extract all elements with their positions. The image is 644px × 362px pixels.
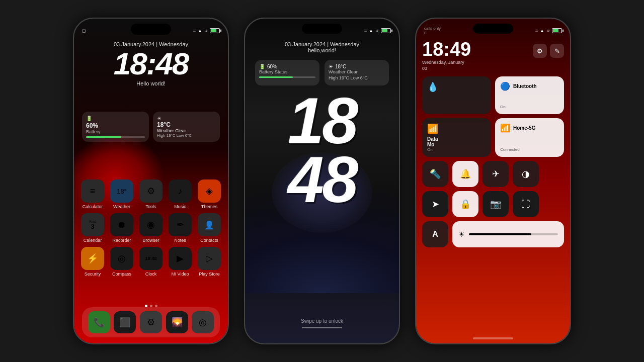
water-tile[interactable]: 💧 bbox=[422, 76, 491, 114]
battery-fill bbox=[553, 29, 558, 32]
calculator-label: Calculator bbox=[83, 204, 103, 209]
font-icon: A bbox=[432, 230, 438, 239]
mobile-data-label2: Mo bbox=[427, 142, 486, 147]
phone-1-app-grid: ≡ Calculator 18° Weather ⚙ Tools ♪ Music… bbox=[78, 179, 224, 281]
phone-2-battery-bar bbox=[259, 76, 315, 78]
location-tile[interactable]: ➤ bbox=[422, 191, 448, 217]
wifi-tile[interactable]: 📶 Home-5G Connected bbox=[495, 118, 564, 157]
weather-widget-icon: ☀ bbox=[157, 116, 216, 121]
settings-gear-icon[interactable]: ⚙ bbox=[533, 44, 547, 58]
battery-widget-label: Battery bbox=[86, 129, 145, 134]
phone-1-dock: 📞 ⬛ ⚙ 🌄 ◎ bbox=[82, 307, 220, 337]
fullscreen-tile[interactable]: ⛶ bbox=[513, 191, 539, 217]
signal-icon: ▲ bbox=[540, 28, 544, 33]
phone-3-date2: 03 bbox=[422, 66, 471, 71]
weather-temp: 18°C bbox=[335, 64, 346, 69]
signal-icon: ▲ bbox=[198, 28, 202, 33]
font-tile[interactable]: A bbox=[422, 221, 448, 247]
tools-label: Tools bbox=[145, 204, 156, 209]
weather-widget: ☀ 18°C Weather Clear High 19°C Low 6°C bbox=[153, 112, 220, 142]
status-bar-calls-only: calls only E bbox=[424, 26, 441, 35]
wifi-icon: ⊍ bbox=[375, 28, 379, 33]
recorder-icon: ⏺ bbox=[110, 213, 133, 236]
home-indicator bbox=[473, 337, 513, 339]
phone-2-widgets: 🔋 60% Battery Status ☀ 18°C Weather Clea… bbox=[255, 60, 389, 85]
app-row-2: Wed 3 Calendar ⏺ Recorder ◉ Browser ✒ No… bbox=[78, 213, 224, 243]
airplane-tile[interactable]: ✈ bbox=[482, 161, 509, 187]
phone-2-weather-widget: ☀ 18°C Weather Clear High 19°C Low 6°C bbox=[325, 60, 389, 85]
battery-percent: 60% bbox=[267, 64, 277, 69]
battery-status-label: Battery Status bbox=[259, 69, 315, 74]
phone-2-screen: ⌗ ▲ ⊍ 03.January.2024 | Wednesday hello,… bbox=[245, 19, 399, 343]
battery-icon bbox=[552, 28, 562, 33]
app-compass[interactable]: ◎ Compass bbox=[108, 247, 135, 277]
dock-gallery[interactable]: ⬛ bbox=[114, 311, 136, 333]
weather-label: Weather bbox=[113, 204, 130, 209]
mobile-data-sub: On bbox=[427, 147, 486, 152]
app-browser[interactable]: ◉ Browser bbox=[137, 213, 165, 243]
dock-settings[interactable]: ⚙ bbox=[140, 311, 162, 333]
contacts-label: Contacts bbox=[200, 238, 218, 243]
battery-icon bbox=[210, 28, 220, 33]
cc-row-3: 🔦 🔔 ✈ ◑ bbox=[422, 161, 564, 187]
phone-3-header: 18:49 Wednesday, January 03 ⚙ ✎ bbox=[422, 40, 564, 71]
app-clock[interactable]: 18:48 Clock bbox=[137, 247, 165, 277]
calendar-label: Calendar bbox=[84, 238, 102, 243]
phone-1-notch bbox=[131, 24, 171, 35]
phone-3: calls only E ⌗ ▲ ⊍ 18:49 Wednesday, Janu… bbox=[415, 18, 571, 344]
battery-fill bbox=[382, 29, 387, 32]
browser-label: Browser bbox=[142, 238, 159, 243]
edit-icon[interactable]: ✎ bbox=[550, 44, 564, 58]
app-recorder[interactable]: ⏺ Recorder bbox=[108, 213, 135, 243]
bluetooth-tile[interactable]: 🔵 Bluetooth On bbox=[495, 76, 564, 114]
bluetooth-status-icon: ⌗ bbox=[193, 28, 196, 34]
swipe-hint: Swipe up to unlock bbox=[245, 318, 399, 328]
wifi-tile-icon: 📶 bbox=[500, 123, 510, 133]
battery-widget-percent: 60% bbox=[86, 122, 145, 129]
cc-brightness-row: A ☀ bbox=[422, 221, 564, 247]
dock-photos[interactable]: 🌄 bbox=[166, 311, 188, 333]
lock-tile[interactable]: 🔒 bbox=[452, 191, 478, 217]
mobile-data-tile[interactable]: 📶 Data Mo On bbox=[422, 118, 491, 157]
dock-phone[interactable]: 📞 bbox=[88, 311, 110, 333]
weather-widget-temp: 18°C bbox=[157, 121, 216, 128]
tools-icon: ⚙ bbox=[139, 179, 163, 203]
compass-label: Compass bbox=[112, 272, 131, 277]
app-mi-video[interactable]: ▶ Mi Video bbox=[167, 247, 194, 277]
app-weather[interactable]: 18° Weather bbox=[108, 179, 135, 209]
battery-widget-bar bbox=[86, 136, 145, 138]
swipe-line bbox=[302, 327, 342, 328]
app-play-store[interactable]: ▷ Play Store bbox=[196, 247, 223, 277]
security-label: Security bbox=[85, 272, 101, 277]
brightness-slider[interactable]: ☀ bbox=[452, 221, 564, 247]
phone-2: ⌗ ▲ ⊍ 03.January.2024 | Wednesday hello,… bbox=[244, 18, 400, 344]
app-notes[interactable]: ✒ Notes bbox=[167, 213, 194, 243]
bell-tile[interactable]: 🔔 bbox=[452, 161, 478, 187]
app-themes[interactable]: ◈ Themes bbox=[196, 179, 223, 209]
swipe-text: Swipe up to unlock bbox=[245, 318, 399, 324]
app-security[interactable]: ⚡ Security bbox=[79, 247, 106, 277]
control-center-tiles: 💧 🔵 Bluetooth On 📶 Data Mo bbox=[422, 76, 564, 251]
dock-camera[interactable]: ◎ bbox=[192, 311, 214, 333]
phone-1-screen: ◻ ⌗ ▲ ⊍ 03.January.2024 | Wednesday 18:4… bbox=[74, 19, 228, 343]
battery-widget-icon: 🔋 bbox=[86, 116, 145, 121]
app-tools[interactable]: ⚙ Tools bbox=[137, 179, 165, 209]
weather-widget-range: High 19°C Low 6°C bbox=[157, 133, 216, 138]
phone-1-greeting: Hello world! bbox=[74, 80, 228, 86]
weather-desc: Weather Clear bbox=[329, 69, 385, 74]
invert-tile[interactable]: ◑ bbox=[513, 161, 539, 187]
app-calculator[interactable]: ≡ Calculator bbox=[79, 179, 106, 209]
browser-icon: ◉ bbox=[139, 213, 163, 236]
phone-1-date: 03.January.2024 | Wednesday bbox=[74, 41, 228, 47]
bluetooth-icon: ⌗ bbox=[364, 28, 367, 34]
calls-only-text: calls only bbox=[424, 26, 441, 31]
app-contacts[interactable]: 👤 Contacts bbox=[196, 213, 223, 243]
flashlight-tile[interactable]: 🔦 bbox=[422, 161, 448, 187]
app-calendar[interactable]: Wed 3 Calendar bbox=[79, 213, 106, 243]
calendar-icon: Wed 3 bbox=[81, 213, 104, 236]
play-store-label: Play Store bbox=[199, 272, 220, 277]
play-store-icon: ▷ bbox=[198, 247, 221, 270]
brightness-fill bbox=[469, 233, 531, 235]
app-music[interactable]: ♪ Music bbox=[167, 179, 194, 209]
video-tile[interactable]: 📷 bbox=[482, 191, 509, 217]
